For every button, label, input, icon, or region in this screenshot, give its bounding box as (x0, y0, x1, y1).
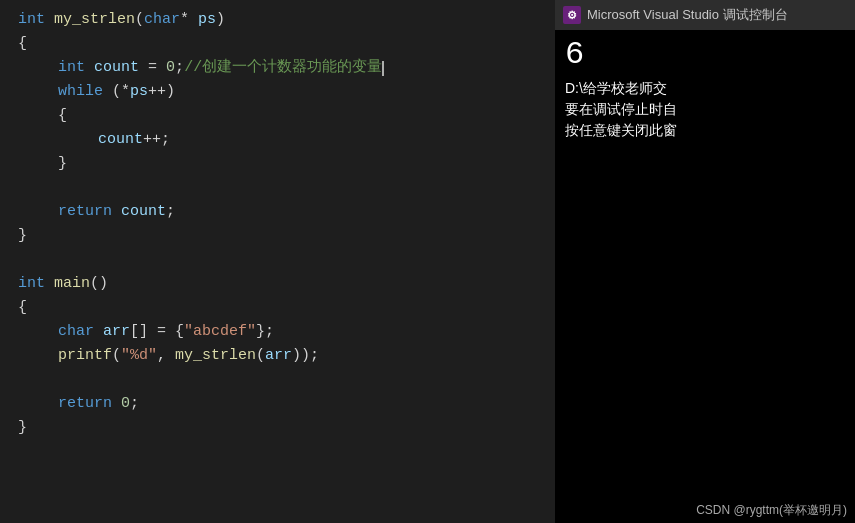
code-content-15: printf("%d", my_strlen(arr)); (18, 344, 551, 367)
debug-output: 6 D:\给学校老师交 要在调试停止时自 按任意键关闭此窗 (555, 30, 855, 498)
code-content-2: { (18, 32, 551, 55)
debug-footer: CSDN @rygttm(举杯邀明月) (555, 498, 855, 523)
code-content-5: { (18, 104, 551, 127)
debug-output-number: 6 (565, 36, 845, 74)
code-line-2: { (0, 32, 555, 56)
code-line-9: return count; (0, 200, 555, 224)
code-line-16 (0, 368, 555, 392)
debug-titlebar: ⚙ Microsoft Visual Studio 调试控制台 (555, 0, 855, 30)
code-line-18: } (0, 416, 555, 440)
code-line-12: int main() (0, 272, 555, 296)
code-content-14: char arr[] = {"abcdef"}; (18, 320, 551, 343)
code-content-11 (18, 248, 551, 271)
code-line-1: int my_strlen(char* ps) (0, 8, 555, 32)
debug-output-line-1: D:\给学校老师交 (565, 78, 845, 99)
code-content-4: while (*ps++) (18, 80, 551, 103)
vs-logo: ⚙ (563, 6, 581, 24)
code-content-1: int my_strlen(char* ps) (18, 8, 551, 31)
code-line-4: while (*ps++) (0, 80, 555, 104)
code-line-6: count++; (0, 128, 555, 152)
code-content-9: return count; (18, 200, 551, 223)
code-line-17: return 0; (0, 392, 555, 416)
code-line-11 (0, 248, 555, 272)
code-content-3: int count = 0;//创建一个计数器功能的变量 (18, 56, 551, 79)
code-line-7: } (0, 152, 555, 176)
code-content-6: count++; (18, 128, 551, 151)
code-content-10: } (18, 224, 551, 247)
debug-title: Microsoft Visual Studio 调试控制台 (587, 6, 788, 24)
vs-logo-text: ⚙ (567, 9, 577, 22)
code-content-7: } (18, 152, 551, 175)
code-content-12: int main() (18, 272, 551, 295)
code-content-8 (18, 176, 551, 199)
debug-console: ⚙ Microsoft Visual Studio 调试控制台 6 D:\给学校… (555, 0, 855, 523)
code-line-5: { (0, 104, 555, 128)
code-content-16 (18, 368, 551, 391)
code-line-15: printf("%d", my_strlen(arr)); (0, 344, 555, 368)
debug-output-line-3: 按任意键关闭此窗 (565, 120, 845, 141)
code-content-17: return 0; (18, 392, 551, 415)
code-line-8 (0, 176, 555, 200)
code-line-13: { (0, 296, 555, 320)
debug-output-line-2: 要在调试停止时自 (565, 99, 845, 120)
code-editor: int my_strlen(char* ps) { int count = 0;… (0, 0, 555, 523)
code-line-14: char arr[] = {"abcdef"}; (0, 320, 555, 344)
code-content-13: { (18, 296, 551, 319)
code-line-10: } (0, 224, 555, 248)
code-content-18: } (18, 416, 551, 439)
code-line-3: int count = 0;//创建一个计数器功能的变量 (0, 56, 555, 80)
